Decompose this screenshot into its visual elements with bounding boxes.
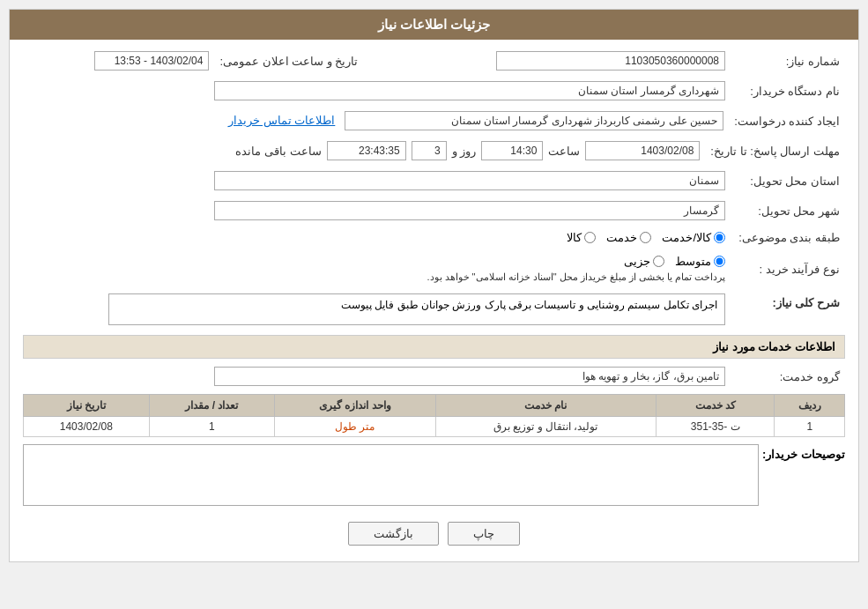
- kod-cell: ت -35-351: [656, 417, 775, 437]
- ijad-konande-value: حسین علی رشمنی کاربرداز شهرداری گرمسار ا…: [345, 111, 723, 130]
- nam-dastgah-value: شهرداری گرمسار استان سمنان: [214, 81, 725, 100]
- goroh-value: تامین برق، گاز، بخار و تهویه هوا: [214, 367, 725, 386]
- vahed-cell: متر طول: [275, 417, 436, 437]
- main-container: جزئیات اطلاعات نیاز شماره نیاز: 11030503…: [9, 9, 859, 562]
- tabaqe-kala-khadamat-option[interactable]: کالا/خدمت: [662, 231, 725, 244]
- sharh-value: اجرای تکامل سیستم روشنایی و تاسیسات برقی…: [108, 293, 725, 325]
- mohlat-saat-value: 14:30: [481, 141, 543, 160]
- tabaqe-kala-option[interactable]: کالا: [567, 231, 596, 244]
- farayand-note: پرداخت تمام یا بخشی از مبلغ خریداز محل "…: [427, 271, 725, 283]
- back-button[interactable]: بازگشت: [348, 522, 439, 546]
- sharh-label: شرح کلی نیاز:: [731, 291, 845, 328]
- print-button[interactable]: چاپ: [448, 522, 520, 546]
- mohlat-roz-label: روز و: [452, 145, 477, 158]
- tabaqe-kala-label: کالا: [567, 231, 582, 244]
- ostan-value: سمنان: [214, 171, 725, 190]
- ijad-konande-label: ایجاد کننده درخواست:: [729, 108, 845, 133]
- mohlat-saat-label: ساعت: [548, 145, 580, 158]
- farayand-jozvi-option[interactable]: جزیی: [624, 255, 664, 268]
- farayand-motovaset-radio[interactable]: [714, 256, 725, 267]
- col-vahed: واحد اندازه گیری: [275, 395, 436, 417]
- shomare-niaz-value: 1103050360000008: [496, 51, 725, 71]
- tosaif-textarea[interactable]: [23, 444, 759, 506]
- tabaqe-kala-khadamat-radio[interactable]: [714, 232, 725, 243]
- shahr-value: گرمسار: [214, 201, 725, 220]
- goroh-label: گروه خدمت:: [731, 364, 845, 389]
- services-table: ردیف کد خدمت نام خدمت واحد اندازه گیری ت…: [23, 394, 845, 437]
- col-nam: نام خدمت: [435, 395, 656, 417]
- farayand-motovaset-option[interactable]: متوسط: [675, 255, 725, 268]
- shahr-label: شهر محل تحویل:: [731, 198, 845, 223]
- radif-cell: 1: [775, 417, 845, 437]
- tedad-cell: 1: [149, 417, 274, 437]
- page-title: جزئیات اطلاعات نیاز: [10, 10, 858, 40]
- tosaif-label: توصیحات خریدار:: [766, 444, 845, 461]
- tabaqe-khadamat-label: خدمت: [606, 231, 637, 244]
- tabaqe-khadamat-option[interactable]: خدمت: [606, 231, 651, 244]
- tabaqe-kala-khadamat-label: کالا/خدمت: [662, 231, 711, 244]
- farayand-motovaset-label: متوسط: [675, 255, 711, 268]
- tabaqe-khadamat-radio[interactable]: [640, 232, 651, 243]
- ostan-label: استان محل تحویل:: [731, 168, 845, 193]
- mohlat-label: مهلت ارسال پاسخ: تا تاریخ:: [705, 138, 845, 163]
- table-row: 1ت -35-351تولید، انتقال و توزیع برقمتر ط…: [24, 417, 845, 437]
- col-radif: ردیف: [775, 395, 845, 417]
- tarikh-cell: 1403/02/08: [24, 417, 150, 437]
- shomare-niaz-label: شماره نیاز:: [731, 48, 845, 73]
- etelaat-tamas-link[interactable]: اطلاعات تماس خریدار: [228, 114, 335, 127]
- tabaqe-kala-radio[interactable]: [584, 232, 596, 243]
- khadamat-section-header: اطلاعات خدمات مورد نیاز: [23, 335, 845, 359]
- mohlat-baqi-value: 23:43:35: [327, 141, 406, 160]
- farayand-jozvi-radio[interactable]: [653, 256, 664, 267]
- nam-dastgah-label: نام دستگاه خریدار:: [731, 78, 845, 103]
- tabaqe-label: طبقه بندی موضوعی:: [731, 228, 845, 247]
- noe-farayand-label: نوع فرآیند خرید :: [731, 252, 845, 286]
- mohlat-date-value: 1403/02/08: [585, 141, 700, 160]
- tarikh-value: 1403/02/04 - 13:53: [94, 51, 209, 71]
- nam-cell: تولید، انتقال و توزیع برق: [435, 417, 656, 437]
- mohlat-roz-value: 3: [412, 141, 447, 160]
- tarikh-label: تاریخ و ساعت اعلان عمومی:: [214, 48, 363, 73]
- col-kod: کد خدمت: [656, 395, 775, 417]
- col-tedad: تعداد / مقدار: [149, 395, 274, 417]
- farayand-jozvi-label: جزیی: [624, 255, 650, 268]
- mohlat-baqi-label: ساعت باقی مانده: [235, 145, 321, 158]
- col-tarikh: تاریخ نیاز: [24, 395, 150, 417]
